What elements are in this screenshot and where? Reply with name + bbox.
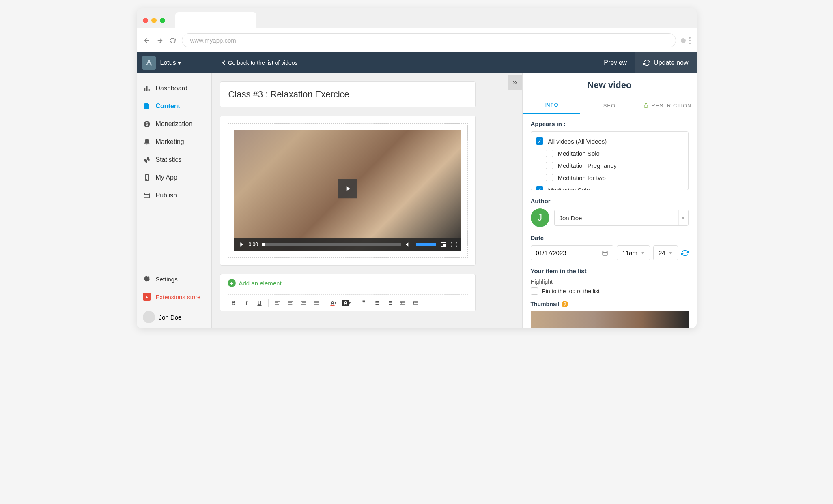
plus-icon: + bbox=[228, 279, 236, 287]
thumbnail-label: Thumbnail bbox=[531, 301, 560, 307]
bold-button[interactable]: B bbox=[228, 298, 240, 308]
dollar-icon: $ bbox=[143, 120, 151, 128]
refresh-icon[interactable] bbox=[169, 36, 177, 45]
update-now-button[interactable]: Update now bbox=[635, 52, 696, 73]
thumbnail-preview[interactable] bbox=[531, 311, 689, 328]
text-color-button[interactable]: A▾ bbox=[327, 298, 340, 308]
sidebar-item-content[interactable]: Content bbox=[137, 97, 211, 115]
maximize-window-button[interactable] bbox=[160, 18, 165, 23]
svg-point-0 bbox=[148, 60, 150, 62]
align-right-button[interactable] bbox=[297, 298, 309, 308]
sidebar-item-dashboard[interactable]: Dashboard bbox=[137, 79, 211, 97]
author-avatar: J bbox=[531, 208, 549, 227]
sidebar-item-label: My App bbox=[156, 174, 177, 181]
tab-seo[interactable]: SEO bbox=[580, 97, 638, 114]
tab-restriction[interactable]: RESTRICTION bbox=[638, 97, 696, 114]
author-select[interactable]: Jon Doe ▾ bbox=[554, 210, 689, 226]
profile-icon[interactable] bbox=[681, 38, 686, 43]
highlight-label: Highlight bbox=[531, 279, 689, 285]
forward-icon[interactable] bbox=[156, 36, 164, 45]
quote-button[interactable]: ❞ bbox=[358, 298, 370, 308]
app-logo-icon[interactable] bbox=[142, 56, 156, 70]
category-item[interactable]: Meditation for two bbox=[531, 172, 688, 184]
chevron-down-icon: ▾ bbox=[178, 59, 181, 67]
sidebar-nav: Dashboard Content $ Monetization Marketi… bbox=[137, 73, 212, 328]
bullet-list-button[interactable] bbox=[371, 298, 383, 308]
play-small-icon[interactable] bbox=[238, 241, 245, 248]
video-player[interactable]: 0:00 bbox=[234, 130, 461, 251]
svg-point-24 bbox=[375, 302, 375, 303]
close-window-button[interactable] bbox=[143, 18, 148, 23]
sidebar-item-statistics[interactable]: Statistics bbox=[137, 151, 211, 169]
category-label: Meditation Solo bbox=[548, 187, 590, 191]
help-icon[interactable]: ? bbox=[562, 301, 568, 307]
browser-chrome bbox=[137, 8, 697, 28]
bar-chart-icon bbox=[143, 84, 151, 92]
sidebar-item-settings[interactable]: Settings bbox=[137, 270, 211, 288]
collapse-panel-button[interactable] bbox=[508, 75, 522, 90]
date-value: 01/17/2023 bbox=[536, 249, 566, 256]
add-element-button[interactable]: + Add an element bbox=[228, 279, 282, 287]
checkbox[interactable] bbox=[546, 174, 553, 181]
lock-icon bbox=[643, 103, 649, 108]
user-avatar-icon bbox=[143, 311, 155, 323]
checkbox[interactable] bbox=[546, 150, 553, 157]
date-input[interactable]: 01/17/2023 bbox=[531, 245, 614, 260]
tab-label: RESTRICTION bbox=[651, 103, 691, 109]
category-list[interactable]: ✓ All videos (All Videos) Meditation Sol… bbox=[531, 131, 689, 190]
sidebar-item-publish[interactable]: Publish bbox=[137, 187, 211, 204]
browser-menu-icon[interactable] bbox=[689, 37, 691, 44]
url-bar[interactable]: www.myapp.com bbox=[182, 33, 676, 47]
back-icon[interactable] bbox=[143, 36, 151, 45]
app-name-dropdown[interactable]: Lotus ▾ bbox=[160, 59, 181, 67]
sidebar-item-label: Marketing bbox=[156, 138, 184, 146]
svg-rect-39 bbox=[603, 251, 607, 255]
tab-info[interactable]: INFO bbox=[523, 97, 581, 114]
back-to-list-link[interactable]: Go back to the list of videos bbox=[222, 60, 298, 66]
browser-tab[interactable] bbox=[175, 12, 256, 28]
svg-point-23 bbox=[375, 301, 375, 302]
align-center-button[interactable] bbox=[284, 298, 296, 308]
sidebar-item-monetization[interactable]: $ Monetization bbox=[137, 115, 211, 133]
category-item[interactable]: ✓ Meditation Solo bbox=[531, 184, 688, 190]
align-justify-button[interactable] bbox=[310, 298, 322, 308]
volume-slider[interactable] bbox=[416, 243, 436, 246]
fullscreen-icon[interactable] bbox=[451, 241, 457, 248]
panel-title: New video bbox=[523, 73, 697, 97]
underline-button[interactable]: U bbox=[254, 298, 266, 308]
sidebar-item-marketing[interactable]: Marketing bbox=[137, 133, 211, 151]
sidebar-item-myapp[interactable]: My App bbox=[137, 169, 211, 187]
checkbox[interactable] bbox=[546, 162, 553, 169]
play-button[interactable] bbox=[338, 179, 357, 198]
number-list-button[interactable] bbox=[384, 298, 396, 308]
svg-rect-2 bbox=[146, 86, 147, 91]
indent-button[interactable] bbox=[410, 298, 422, 308]
browser-window: www.myapp.com Lotus ▾ Go back to the lis… bbox=[137, 8, 697, 328]
checkbox[interactable]: ✓ bbox=[536, 186, 543, 190]
checkbox[interactable]: ✓ bbox=[536, 137, 543, 145]
minimize-window-button[interactable] bbox=[151, 18, 157, 23]
pin-checkbox[interactable] bbox=[531, 287, 538, 295]
back-link-label: Go back to the list of videos bbox=[228, 60, 298, 66]
app-topbar: Lotus ▾ Go back to the list of videos Pr… bbox=[137, 52, 697, 73]
category-item[interactable]: ✓ All videos (All Videos) bbox=[531, 135, 688, 147]
browser-nav-row: www.myapp.com bbox=[137, 28, 697, 52]
calendar-icon bbox=[602, 250, 608, 256]
align-left-button[interactable] bbox=[271, 298, 283, 308]
refresh-date-icon[interactable] bbox=[681, 249, 689, 257]
category-item[interactable]: Meditation Solo bbox=[531, 147, 688, 159]
minute-select[interactable]: 24 ▼ bbox=[653, 245, 678, 260]
sidebar-item-extensions[interactable]: ▸ Extensions store bbox=[137, 288, 211, 306]
video-progress-bar[interactable] bbox=[262, 243, 401, 246]
sidebar-user[interactable]: Jon Doe bbox=[137, 306, 211, 328]
category-item[interactable]: Meditation Pregnancy bbox=[531, 159, 688, 172]
preview-button[interactable]: Preview bbox=[596, 59, 635, 66]
bell-icon bbox=[143, 138, 151, 146]
hour-select[interactable]: 11am ▼ bbox=[617, 245, 650, 260]
bg-color-button[interactable]: A▾ bbox=[340, 298, 353, 308]
volume-icon[interactable] bbox=[405, 241, 412, 248]
pip-icon[interactable] bbox=[440, 241, 447, 248]
outdent-button[interactable] bbox=[397, 298, 409, 308]
italic-button[interactable]: I bbox=[241, 298, 253, 308]
caret-down-icon: ▼ bbox=[641, 251, 645, 255]
